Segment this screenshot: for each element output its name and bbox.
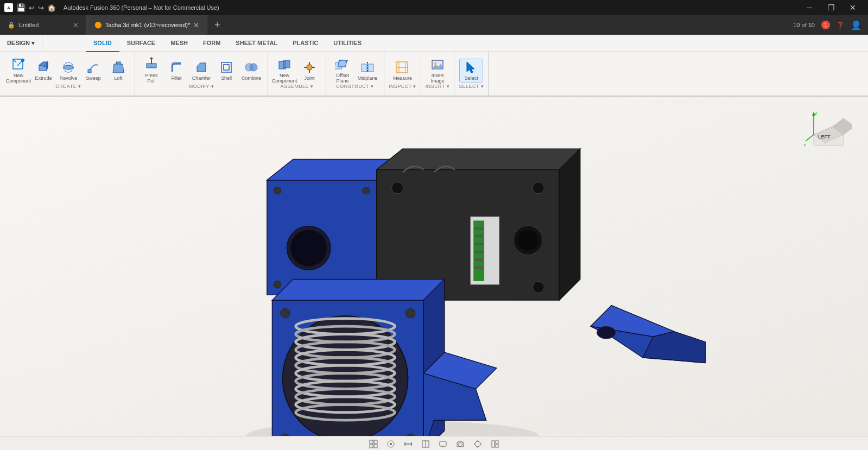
close-button[interactable]: ✕ xyxy=(842,0,864,15)
svg-rect-21 xyxy=(283,60,290,68)
svg-point-19 xyxy=(250,64,257,71)
svg-rect-58 xyxy=(475,235,483,238)
svg-point-22 xyxy=(307,65,312,70)
svg-point-65 xyxy=(533,281,544,293)
construct-label: CONSTRUCT ▾ xyxy=(336,84,373,89)
new-sketch-button[interactable]: NewComponent xyxy=(7,59,30,83)
toolbar-main: NewComponent Extrude xyxy=(0,52,868,96)
loft-icon xyxy=(111,60,126,75)
tab-utilities[interactable]: UTILITIES xyxy=(326,35,369,52)
tab-tacha-close[interactable]: ✕ xyxy=(193,21,199,29)
undo-icon[interactable]: ↩ xyxy=(29,4,35,12)
snap-icon[interactable] xyxy=(384,438,397,451)
section-icon[interactable] xyxy=(419,438,432,451)
render-icon[interactable] xyxy=(471,438,484,451)
svg-marker-54 xyxy=(559,149,580,300)
tab-untitled[interactable]: 🔒 Untitled ✕ xyxy=(0,15,87,35)
fillet-button[interactable]: Fillet xyxy=(164,59,188,83)
insert-group: InsertImage INSERT ▾ xyxy=(421,52,454,96)
layout-icon[interactable] xyxy=(489,438,502,451)
new-component2-button[interactable]: NewComponent xyxy=(273,59,296,83)
tab-tacha[interactable]: 🟠 Tacha 3d mk1 (v13~recovered)* ✕ xyxy=(87,15,207,35)
svg-text:Z: Z xyxy=(815,111,818,116)
tab-form[interactable]: FORM xyxy=(195,35,228,52)
app-title: Autodesk Fusion 360 (Personal – Not for … xyxy=(64,4,219,11)
navigation-cube[interactable]: Z Y LEFT xyxy=(803,107,852,156)
notification-badge[interactable]: 1 xyxy=(821,21,830,29)
loft-button[interactable]: Loft xyxy=(106,59,130,83)
redo-icon[interactable]: ↪ xyxy=(38,4,44,12)
home-icon[interactable]: 🏠 xyxy=(47,4,56,12)
press-pull-icon xyxy=(144,57,159,72)
mode-tabs: SOLID SURFACE MESH FORM SHEET METAL PLAS… xyxy=(42,35,868,52)
svg-point-8 xyxy=(64,65,73,69)
create-tools: NewComponent Extrude xyxy=(7,59,130,83)
svg-point-49 xyxy=(363,187,370,194)
svg-point-48 xyxy=(274,187,281,194)
inspect-icon xyxy=(395,60,410,75)
svg-line-102 xyxy=(806,135,814,141)
add-tab-button[interactable]: + xyxy=(207,15,227,35)
assemble-tools: NewComponent Joint xyxy=(273,59,321,83)
shell-button[interactable]: Shell xyxy=(214,59,238,83)
insert-tools: InsertImage xyxy=(426,59,449,83)
svg-point-63 xyxy=(392,182,403,194)
title-bar-left: A 💾 ↩ ↪ 🏠 Autodesk Fusion 360 (Personal … xyxy=(4,3,219,12)
tab-sheetmetal[interactable]: SHEET METAL xyxy=(228,35,285,52)
help-icon[interactable]: ❓ xyxy=(837,22,844,29)
press-pull-button[interactable]: PressPull xyxy=(140,59,163,83)
svg-rect-106 xyxy=(374,440,377,443)
joint-button[interactable]: Joint xyxy=(297,59,321,83)
svg-marker-15 xyxy=(197,63,206,72)
tab-tacha-label: Tacha 3d mk1 (v13~recovered)* xyxy=(105,22,190,28)
tab-solid[interactable]: SOLID xyxy=(86,35,119,52)
inspect-button[interactable]: Measure xyxy=(390,59,414,83)
camera-icon[interactable] xyxy=(454,438,467,451)
select-button[interactable]: Select xyxy=(459,59,483,83)
chamfer-button[interactable]: Chamfer xyxy=(189,59,213,83)
svg-marker-53 xyxy=(377,149,580,169)
insert-image-button[interactable]: InsertImage xyxy=(426,59,449,83)
mode-row: DESIGN ▾ SOLID SURFACE MESH FORM SHEET M… xyxy=(0,35,868,52)
svg-line-3 xyxy=(17,61,22,66)
svg-rect-125 xyxy=(496,441,498,443)
measure-icon[interactable] xyxy=(402,438,415,451)
offset-plane-button[interactable]: OffsetPlane xyxy=(331,59,354,83)
construct-group: OffsetPlane Midplane CONSTRUCT ▾ xyxy=(326,52,384,96)
modify-tools: PressPull Fillet xyxy=(140,59,263,83)
tab-untitled-close[interactable]: ✕ xyxy=(73,21,79,29)
sweep-button[interactable]: Sweep xyxy=(81,59,105,83)
tab-mesh[interactable]: MESH xyxy=(163,35,195,52)
tab-untitled-label: Untitled xyxy=(18,22,39,28)
midplane-button[interactable]: Midplane xyxy=(356,59,379,83)
select-group: Select SELECT ▾ xyxy=(454,52,489,96)
tab-lock-icon: 🔒 xyxy=(8,22,15,29)
tab-controls: 10 of 10 1 ❓ 👤 xyxy=(793,15,868,35)
svg-rect-108 xyxy=(374,445,377,448)
svg-text:LEFT: LEFT xyxy=(818,134,831,140)
modify-label: MODIFY ▾ xyxy=(189,84,214,89)
profile-icon[interactable]: 👤 xyxy=(851,20,861,30)
insert-label: INSERT ▾ xyxy=(426,84,449,89)
extrude-button[interactable]: Extrude xyxy=(31,59,55,83)
restore-button[interactable]: ❐ xyxy=(820,0,842,15)
svg-point-64 xyxy=(533,182,544,194)
grid-icon[interactable] xyxy=(367,438,380,451)
minimize-button[interactable]: ─ xyxy=(799,0,820,15)
revolve-button[interactable]: Revolve xyxy=(56,59,80,83)
combine-button[interactable]: Combine xyxy=(239,59,263,83)
offset-plane-icon xyxy=(335,57,350,72)
design-mode-button[interactable]: DESIGN ▾ xyxy=(0,35,42,52)
svg-marker-14 xyxy=(149,57,154,59)
tab-plastic[interactable]: PLASTIC xyxy=(285,35,326,52)
sweep-icon xyxy=(86,60,101,75)
svg-point-119 xyxy=(475,441,480,447)
save-icon[interactable]: 💾 xyxy=(16,3,26,12)
tab-surface[interactable]: SURFACE xyxy=(119,35,163,52)
create-group: NewComponent Extrude xyxy=(2,52,135,96)
viewport[interactable]: Z Y LEFT xyxy=(0,97,868,436)
display-icon[interactable] xyxy=(436,438,449,451)
inspect-tools: Measure xyxy=(390,59,414,83)
construct-tools: OffsetPlane Midplane xyxy=(331,59,379,83)
svg-rect-12 xyxy=(147,64,156,68)
